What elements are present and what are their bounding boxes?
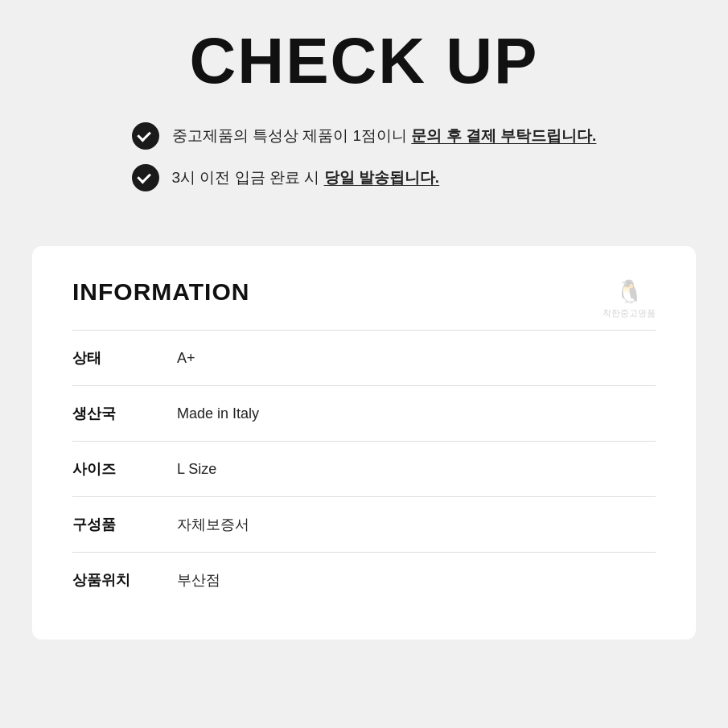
info-card: INFORMATION 🐧 착한중고명품 상태 A+ 생산국 Made in I… [32, 246, 696, 640]
checklist: 중고제품의 특성상 제품이 1점이니 문의 후 결제 부탁드립니다. 3시 이전… [132, 122, 597, 206]
check-bold-2: 당일 발송됩니다. [324, 169, 440, 186]
info-row-status: 상태 A+ [72, 330, 656, 385]
info-section: INFORMATION 🐧 착한중고명품 상태 A+ 생산국 Made in I… [0, 238, 728, 672]
info-row-origin: 생산국 Made in Italy [72, 385, 656, 441]
info-value-location: 부산점 [177, 570, 220, 590]
check-text-2: 3시 이전 입금 완료 시 당일 발송됩니다. [172, 167, 440, 189]
info-label-location: 상품위치 [72, 570, 177, 590]
info-value-size: L Size [177, 461, 216, 478]
info-label-components: 구성품 [72, 515, 177, 534]
info-rows: 상태 A+ 생산국 Made in Italy 사이즈 L Size 구성품 자… [72, 330, 656, 607]
check-icon-2 [132, 164, 159, 191]
watermark-icon: 🐧 [603, 278, 656, 305]
info-row-location: 상품위치 부산점 [72, 552, 656, 607]
info-value-status: A+ [177, 350, 195, 367]
info-value-origin: Made in Italy [177, 405, 259, 422]
watermark-text: 착한중고명품 [603, 308, 656, 318]
page-title: CHECK UP [48, 24, 680, 98]
check-icon-1 [132, 122, 159, 150]
info-label-origin: 생산국 [72, 404, 177, 423]
check-item-2: 3시 이전 입금 완료 시 당일 발송됩니다. [132, 164, 597, 191]
info-row-components: 구성품 자체보증서 [72, 496, 656, 552]
check-text-1: 중고제품의 특성상 제품이 1점이니 문의 후 결제 부탁드립니다. [172, 125, 597, 147]
watermark: 🐧 착한중고명품 [603, 278, 656, 319]
check-item-1: 중고제품의 특성상 제품이 1점이니 문의 후 결제 부탁드립니다. [132, 122, 597, 150]
check-bold-1: 문의 후 결제 부탁드립니다. [411, 127, 596, 144]
info-value-components: 자체보증서 [177, 515, 249, 534]
info-label-status: 상태 [72, 348, 177, 368]
header-section: CHECK UP 중고제품의 특성상 제품이 1점이니 문의 후 결제 부탁드립… [0, 0, 728, 238]
info-row-size: 사이즈 L Size [72, 441, 656, 496]
info-label-size: 사이즈 [72, 459, 177, 479]
info-title: INFORMATION [72, 278, 656, 306]
